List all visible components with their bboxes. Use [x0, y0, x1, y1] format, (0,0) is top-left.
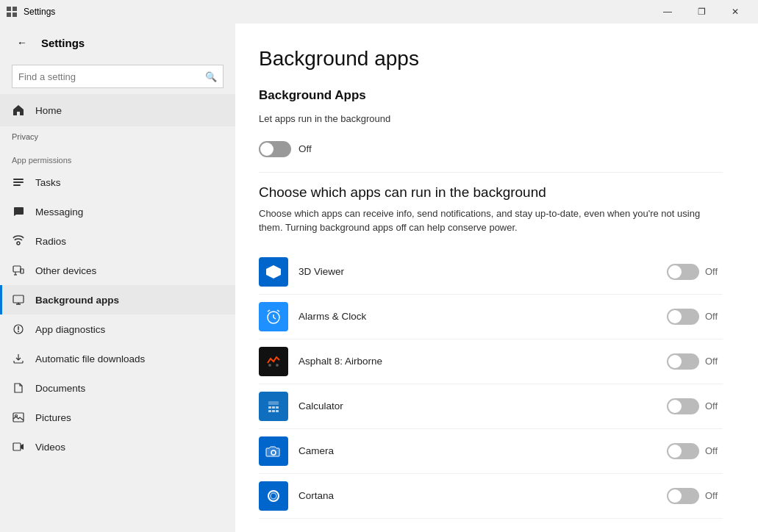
messaging-label: Messaging — [35, 206, 83, 218]
page-title: Background apps — [259, 47, 723, 71]
auto-file-downloads-label: Automatic file downloads — [35, 353, 145, 364]
sidebar-item-pictures[interactable]: Pictures — [0, 403, 235, 432]
svg-rect-0 — [7, 7, 11, 11]
toggle-knob — [668, 445, 682, 458]
app-icon-cortana — [259, 481, 288, 511]
sidebar-item-home[interactable]: Home — [0, 94, 235, 126]
app-icon-3d-viewer — [259, 257, 288, 287]
maximize-button[interactable]: ❐ — [684, 0, 718, 24]
svg-rect-34 — [272, 406, 275, 409]
app-toggle-alarms-clock[interactable] — [667, 309, 699, 325]
app-toggle-camera[interactable] — [667, 443, 699, 459]
app-toggle-asphalt[interactable] — [667, 353, 699, 370]
svg-rect-5 — [13, 181, 24, 183]
svg-rect-35 — [276, 406, 279, 409]
svg-rect-33 — [268, 406, 271, 409]
sidebar-item-background-apps[interactable]: Background apps — [0, 285, 235, 314]
svg-rect-12 — [13, 295, 24, 303]
toggle-knob — [668, 265, 682, 278]
app-icon-alarms-clock — [259, 302, 288, 331]
tasks-icon — [12, 176, 25, 189]
sidebar-item-automatic-file-downloads[interactable]: Automatic file downloads — [0, 344, 235, 373]
app-name-calculator: Calculator — [298, 400, 657, 411]
app-icon-asphalt — [259, 347, 288, 376]
app-diagnostics-icon — [12, 323, 25, 336]
app-permissions-label: App permissions — [0, 147, 235, 168]
sidebar-item-radios[interactable]: Radios — [0, 226, 235, 256]
app-toggle-cortana[interactable] — [667, 488, 699, 504]
background-apps-section-title: Background Apps — [259, 88, 723, 103]
app-row-asphalt: Asphalt 8: Airborne Off — [259, 339, 723, 384]
main-content: Background apps Background Apps Let apps… — [235, 24, 758, 532]
background-apps-label: Background apps — [35, 295, 119, 306]
sidebar-item-app-diagnostics[interactable]: App diagnostics — [0, 314, 235, 344]
search-input[interactable] — [18, 71, 205, 82]
app-toggle-3d-viewer[interactable] — [667, 264, 699, 280]
search-box[interactable]: 🔍 — [12, 65, 224, 88]
app-row-alarms-clock: Alarms & Clock Off — [259, 295, 723, 339]
app-row-cortana: Cortana Off — [259, 474, 723, 519]
choose-description: Choose which apps can receive info, send… — [259, 206, 723, 235]
app-row-3d-viewer: 3D Viewer Off — [259, 250, 723, 295]
privacy-header: Privacy — [0, 126, 235, 147]
app-toggle-label-3d-viewer: Off — [705, 266, 723, 277]
sidebar-item-other-devices[interactable]: Other devices — [0, 256, 235, 285]
window-title: Settings — [24, 7, 651, 17]
main-toggle-label: Off — [298, 143, 312, 154]
app-name-3d-viewer: 3D Viewer — [298, 266, 657, 277]
pictures-icon — [12, 411, 25, 424]
svg-rect-38 — [276, 410, 279, 412]
back-button[interactable]: ← — [12, 32, 32, 53]
sidebar: ← Settings 🔍 Home Privacy App permission… — [0, 24, 235, 532]
svg-line-26 — [268, 310, 270, 312]
svg-rect-6 — [13, 184, 21, 186]
app-name-alarms-clock: Alarms & Clock — [298, 311, 657, 322]
svg-rect-4 — [13, 179, 24, 180]
app-toggle-calculator[interactable] — [667, 398, 699, 414]
sidebar-item-messaging[interactable]: Messaging — [0, 197, 235, 226]
tasks-label: Tasks — [35, 177, 61, 188]
svg-rect-3 — [12, 12, 17, 17]
home-icon — [12, 104, 25, 117]
svg-rect-1 — [12, 7, 17, 11]
toggle-knob — [668, 489, 682, 503]
app-toggle-label-alarms-clock: Off — [705, 311, 723, 322]
app-container: ← Settings 🔍 Home Privacy App permission… — [0, 24, 758, 532]
app-row-calculator: Calculator Off — [259, 384, 723, 429]
toggle-knob — [668, 355, 682, 368]
pictures-label: Pictures — [35, 412, 71, 423]
app-icon — [6, 6, 18, 18]
svg-rect-41 — [265, 487, 282, 505]
toggle-knob — [668, 400, 682, 413]
svg-line-27 — [277, 310, 279, 312]
toggle-knob — [260, 143, 273, 156]
other-devices-label: Other devices — [35, 265, 96, 276]
app-toggle-label-camera: Off — [705, 445, 723, 456]
minimize-button[interactable]: — — [651, 0, 684, 24]
main-toggle-row: Off — [259, 141, 723, 157]
svg-rect-8 — [13, 266, 21, 272]
svg-rect-9 — [21, 269, 24, 273]
svg-rect-20 — [13, 443, 21, 450]
documents-icon — [12, 381, 25, 395]
background-apps-icon — [12, 293, 25, 306]
divider-1 — [259, 172, 723, 173]
svg-rect-2 — [7, 12, 11, 17]
title-bar: Settings — ❐ ✕ — [0, 0, 758, 24]
app-diagnostics-label: App diagnostics — [35, 324, 105, 335]
close-button[interactable]: ✕ — [718, 0, 752, 24]
choose-section-title: Choose which apps can run in the backgro… — [259, 184, 723, 201]
svg-point-7 — [17, 242, 20, 245]
app-name-camera: Camera — [298, 445, 657, 456]
videos-label: Videos — [35, 442, 65, 453]
videos-icon — [12, 440, 25, 453]
sidebar-item-videos[interactable]: Videos — [0, 432, 235, 461]
app-toggle-row-calculator: Off — [667, 398, 723, 414]
sidebar-item-documents[interactable]: Documents — [0, 373, 235, 403]
main-background-toggle[interactable] — [259, 141, 291, 157]
sidebar-header: ← Settings — [0, 24, 235, 62]
app-toggle-row-camera: Off — [667, 443, 723, 459]
app-name-cortana: Cortana — [298, 490, 657, 501]
sidebar-item-tasks[interactable]: Tasks — [0, 168, 235, 197]
app-toggle-label-calculator: Off — [705, 400, 723, 411]
